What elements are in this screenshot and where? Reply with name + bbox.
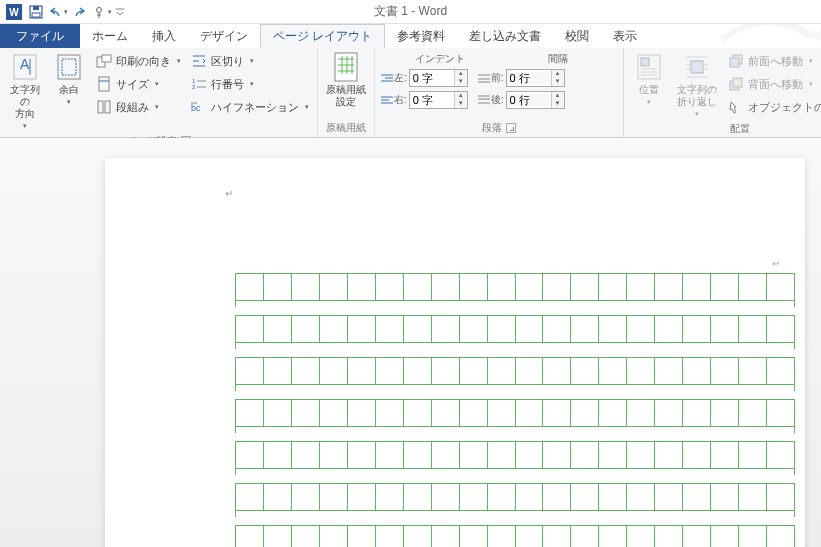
bring-forward-button[interactable]: 前面へ移動▾ [724,50,821,72]
group-page-setup: A 文字列の 方向 ▾ 余白 ▾ 印刷の向き▾ サイズ▾ [0,48,318,137]
spin-up[interactable]: ▲ [455,70,467,78]
svg-text:W: W [9,7,19,18]
tab-page-layout[interactable]: ページ レイアウト [260,24,385,48]
save-icon[interactable] [26,2,46,22]
svg-text:bc: bc [191,103,201,113]
orientation-button[interactable]: 印刷の向き▾ [92,50,185,72]
group-label-manuscript: 原稿用紙 [326,121,366,135]
svg-rect-17 [105,101,110,113]
svg-point-6 [97,7,102,12]
manuscript-settings-button[interactable]: 原稿用紙 設定 [322,50,370,110]
bring-forward-icon [728,53,744,69]
wrap-text-button[interactable]: 文字列の 折り返し▾ [672,50,722,120]
manuscript-grid [235,273,795,547]
spacing-header: 間隔 [499,52,617,66]
document-area[interactable]: ↵ ↵ [0,138,821,547]
svg-rect-14 [99,77,109,91]
svg-rect-16 [98,101,103,113]
window-title: 文書 1 - Word [374,3,447,20]
qat-customize-icon[interactable] [114,2,126,22]
group-arrange: 位置▾ 文字列の 折り返し▾ 前面へ移動▾ 背面へ移動▾ オブジェクトの選択 [624,48,821,137]
svg-rect-4 [33,6,39,10]
line-numbers-icon: 12 [191,76,207,92]
spacing-before-spinner[interactable]: ▲▼ [506,69,565,87]
svg-rect-5 [32,13,40,17]
margins-button[interactable]: 余白 ▾ [48,50,90,108]
ruler-mark-icon: ↵ [772,258,780,269]
quick-access-toolbar: W ▾ ▾ [0,2,130,22]
indent-right-label: 右: [381,93,407,107]
text-direction-button[interactable]: A 文字列の 方向 ▾ [4,50,46,132]
indent-left-spinner[interactable]: ▲▼ [409,69,468,87]
spin-down[interactable]: ▼ [455,78,467,86]
svg-rect-58 [733,78,742,87]
svg-rect-11 [62,59,76,75]
ribbon: A 文字列の 方向 ▾ 余白 ▾ 印刷の向き▾ サイズ▾ [0,48,821,138]
touch-mode-icon[interactable]: ▾ [92,2,112,22]
tab-home[interactable]: ホーム [80,24,140,48]
orientation-icon [96,53,112,69]
svg-rect-44 [641,58,649,66]
undo-icon[interactable]: ▾ [48,2,68,22]
redo-icon[interactable] [70,2,90,22]
indent-header: インデント [381,52,499,66]
group-label-arrange: 配置 [730,122,750,136]
send-backward-icon [728,76,744,92]
hyphenation-icon: bc [191,99,207,115]
titlebar: W ▾ ▾ 文書 1 - Word [0,0,821,24]
tab-view[interactable]: 表示 [601,24,649,48]
size-icon [96,76,112,92]
tab-mailings[interactable]: 差し込み文書 [457,24,553,48]
indent-left-label: 左: [381,71,407,85]
tab-references[interactable]: 参考資料 [385,24,457,48]
svg-rect-48 [691,61,703,73]
breaks-icon [191,53,207,69]
indent-right-spinner[interactable]: ▲▼ [409,91,468,109]
tab-insert[interactable]: 挿入 [140,24,188,48]
size-button[interactable]: サイズ▾ [92,73,185,95]
word-icon[interactable]: W [4,2,24,22]
group-manuscript: 原稿用紙 設定 原稿用紙 [318,48,375,137]
breaks-button[interactable]: 区切り▾ [187,50,313,72]
group-paragraph: インデント 間隔 左: ▲▼ 前: ▲▼ 右: ▲▼ 後: ▲▼ [375,48,624,137]
svg-text:2: 2 [192,84,196,90]
columns-icon [96,99,112,115]
svg-rect-24 [335,53,357,81]
group-label-paragraph: 段落 [482,121,502,135]
ribbon-tabs: ファイル ホーム 挿入 デザイン ページ レイアウト 参考資料 差し込み文書 校… [0,24,821,48]
paragraph-mark-icon: ↵ [225,188,233,199]
svg-rect-56 [730,58,739,67]
spacing-after-spinner[interactable]: ▲▼ [506,91,565,109]
send-backward-button[interactable]: 背面へ移動▾ [724,73,821,95]
hyphenation-button[interactable]: bc ハイフネーション▾ [187,96,313,118]
columns-button[interactable]: 段組み▾ [92,96,185,118]
svg-text:A: A [20,56,30,72]
tab-design[interactable]: デザイン [188,24,260,48]
position-button[interactable]: 位置▾ [628,50,670,108]
tab-review[interactable]: 校閲 [553,24,601,48]
paragraph-launcher[interactable] [506,123,516,133]
spacing-before-label: 前: [478,71,504,85]
tab-file[interactable]: ファイル [0,24,80,48]
line-numbers-button[interactable]: 12 行番号▾ [187,73,313,95]
selection-pane-button[interactable]: オブジェクトの選択 [724,96,821,118]
spacing-after-label: 後: [478,93,504,107]
svg-rect-13 [102,55,111,62]
page[interactable]: ↵ ↵ [105,158,805,547]
selection-pane-icon [728,99,744,115]
